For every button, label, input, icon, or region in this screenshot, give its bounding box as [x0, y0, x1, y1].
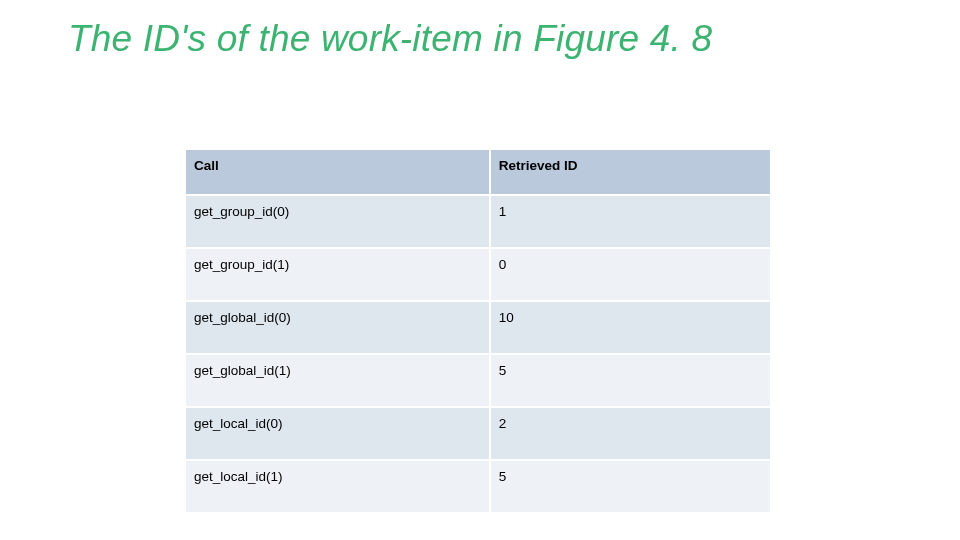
table-header-row: Call Retrieved ID: [185, 149, 771, 195]
cell-call: get_global_id(0): [185, 301, 490, 354]
cell-id: 0: [490, 248, 771, 301]
cell-call: get_local_id(0): [185, 407, 490, 460]
col-header-retrieved-id: Retrieved ID: [490, 149, 771, 195]
page-title: The ID's of the work-item in Figure 4. 8: [68, 18, 712, 60]
table-row: get_global_id(1) 5: [185, 354, 771, 407]
cell-call: get_group_id(1): [185, 248, 490, 301]
cell-call: get_global_id(1): [185, 354, 490, 407]
table-row: get_group_id(0) 1: [185, 195, 771, 248]
cell-call: get_local_id(1): [185, 460, 490, 513]
table-row: get_local_id(0) 2: [185, 407, 771, 460]
id-table: Call Retrieved ID get_group_id(0) 1 get_…: [184, 148, 772, 514]
cell-id: 5: [490, 354, 771, 407]
cell-id: 5: [490, 460, 771, 513]
table-row: get_local_id(1) 5: [185, 460, 771, 513]
cell-id: 2: [490, 407, 771, 460]
table-row: get_group_id(1) 0: [185, 248, 771, 301]
slide: The ID's of the work-item in Figure 4. 8…: [0, 0, 960, 540]
table-container: Call Retrieved ID get_group_id(0) 1 get_…: [184, 148, 772, 514]
cell-id: 10: [490, 301, 771, 354]
table-row: get_global_id(0) 10: [185, 301, 771, 354]
cell-call: get_group_id(0): [185, 195, 490, 248]
cell-id: 1: [490, 195, 771, 248]
col-header-call: Call: [185, 149, 490, 195]
